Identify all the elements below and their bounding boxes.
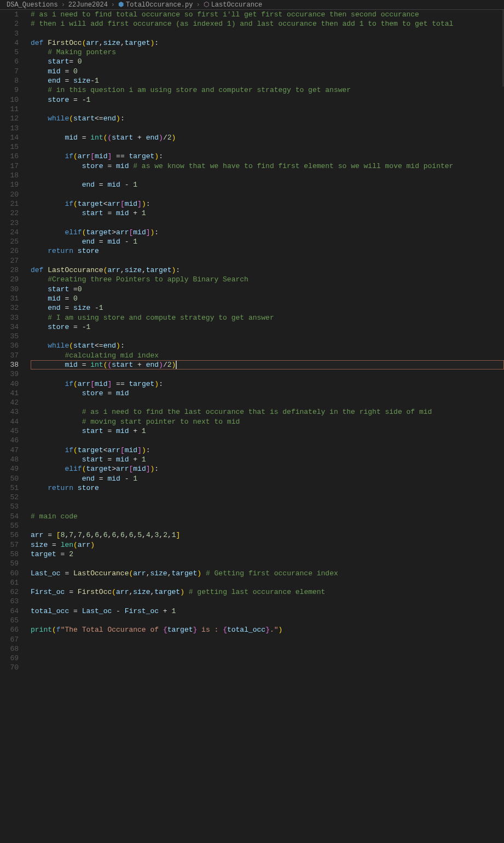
line-number[interactable]: 70 bbox=[0, 663, 19, 672]
code-line[interactable]: store = -1 bbox=[31, 95, 504, 105]
code-line[interactable]: end = size -1 bbox=[31, 303, 504, 313]
line-number[interactable]: 41 bbox=[0, 389, 19, 398]
code-line[interactable]: # Making ponters bbox=[31, 48, 504, 57]
code-line[interactable] bbox=[31, 256, 504, 265]
line-number[interactable]: 58 bbox=[0, 550, 19, 559]
code-line[interactable]: # as i need to find total occurance so f… bbox=[31, 10, 504, 19]
line-number[interactable]: 16 bbox=[0, 152, 19, 161]
code-line[interactable]: #Creating three Pointers to apply Binary… bbox=[31, 275, 504, 284]
code-line[interactable]: store = mid bbox=[31, 389, 504, 398]
code-line[interactable] bbox=[31, 105, 504, 114]
code-line[interactable]: if(arr[mid] == target): bbox=[31, 152, 504, 161]
code-line[interactable]: start = mid + 1 bbox=[31, 455, 504, 464]
line-number[interactable]: 33 bbox=[0, 313, 19, 322]
code-line[interactable] bbox=[31, 218, 504, 228]
line-number[interactable]: 18 bbox=[0, 171, 19, 180]
code-line[interactable] bbox=[31, 142, 504, 152]
breadcrumb-folder[interactable]: DSA_Questions bbox=[7, 1, 58, 9]
line-number[interactable]: 50 bbox=[0, 474, 19, 483]
line-number[interactable]: 31 bbox=[0, 294, 19, 303]
code-line[interactable]: arr = [8,7,7,6,6,6,6,6,6,5,4,3,2,1] bbox=[31, 530, 504, 540]
code-line[interactable] bbox=[31, 332, 504, 341]
line-number[interactable]: 6 bbox=[0, 57, 19, 66]
line-number[interactable]: 42 bbox=[0, 398, 19, 407]
code-line[interactable]: if(arr[mid] == target): bbox=[31, 379, 504, 389]
line-number[interactable]: 35 bbox=[0, 332, 19, 341]
line-number[interactable]: 64 bbox=[0, 607, 19, 616]
code-line[interactable]: store = mid # as we know that we have to… bbox=[31, 161, 504, 171]
code-line[interactable] bbox=[31, 644, 504, 654]
code-line[interactable]: return store bbox=[31, 483, 504, 493]
code-line[interactable]: Last_oc = LastOccurance(arr,size,target)… bbox=[31, 569, 504, 578]
line-number[interactable]: 55 bbox=[0, 521, 19, 530]
line-number[interactable]: 54 bbox=[0, 512, 19, 521]
line-number[interactable]: 5 bbox=[0, 48, 19, 57]
code-line[interactable]: elif(target>arr[mid]): bbox=[31, 464, 504, 474]
code-line[interactable]: elif(target>arr[mid]): bbox=[31, 228, 504, 237]
line-number[interactable]: 61 bbox=[0, 578, 19, 587]
line-number[interactable]: 7 bbox=[0, 67, 19, 76]
line-number[interactable]: 30 bbox=[0, 285, 19, 294]
code-line[interactable] bbox=[31, 398, 504, 407]
line-number[interactable]: 1 bbox=[0, 10, 19, 19]
line-number[interactable]: 56 bbox=[0, 530, 19, 540]
line-number[interactable]: 8 bbox=[0, 76, 19, 85]
line-number[interactable]: 2 bbox=[0, 19, 19, 28]
breadcrumb-folder[interactable]: 22June2024 bbox=[68, 1, 108, 9]
code-editor[interactable]: 1234567891011121314151617181920212223242… bbox=[0, 10, 504, 673]
code-line[interactable]: First_oc = FirstOcc(arr,size,target) # g… bbox=[31, 587, 504, 597]
breadcrumb-symbol[interactable]: LastOccurance bbox=[211, 1, 263, 9]
code-line[interactable]: # then i will add first occurance (as in… bbox=[31, 19, 504, 28]
code-line[interactable] bbox=[31, 578, 504, 587]
line-number[interactable]: 57 bbox=[0, 540, 19, 550]
line-number[interactable]: 68 bbox=[0, 644, 19, 654]
code-line[interactable] bbox=[31, 124, 504, 133]
line-number[interactable]: 10 bbox=[0, 95, 19, 105]
code-line[interactable] bbox=[31, 597, 504, 606]
code-line[interactable]: start= 0 bbox=[31, 57, 504, 66]
code-line[interactable] bbox=[31, 436, 504, 445]
code-line[interactable]: return store bbox=[31, 246, 504, 256]
line-number[interactable]: 26 bbox=[0, 246, 19, 256]
line-number[interactable]: 69 bbox=[0, 654, 19, 663]
code-line[interactable]: def FirstOcc(arr,size,target): bbox=[31, 38, 504, 48]
line-number[interactable]: 19 bbox=[0, 180, 19, 189]
code-line[interactable]: # I am using store and compute strategy … bbox=[31, 313, 504, 322]
code-line[interactable]: end = size-1 bbox=[31, 76, 504, 85]
code-line[interactable]: while(start<=end): bbox=[31, 341, 504, 350]
line-number[interactable]: 48 bbox=[0, 455, 19, 464]
line-number[interactable]: 47 bbox=[0, 446, 19, 455]
code-line[interactable] bbox=[31, 493, 504, 502]
code-line[interactable] bbox=[31, 559, 504, 568]
line-number[interactable]: 49 bbox=[0, 464, 19, 474]
line-number[interactable]: 17 bbox=[0, 161, 19, 171]
line-number[interactable]: 51 bbox=[0, 483, 19, 493]
line-number[interactable]: 38 bbox=[0, 360, 19, 369]
line-number[interactable]: 14 bbox=[0, 133, 19, 142]
line-number[interactable]: 3 bbox=[0, 29, 19, 38]
line-number[interactable]: 66 bbox=[0, 625, 19, 634]
line-number[interactable]: 45 bbox=[0, 426, 19, 436]
code-line[interactable]: if(target<arr[mid]): bbox=[31, 446, 504, 455]
line-number-gutter[interactable]: 1234567891011121314151617181920212223242… bbox=[0, 10, 26, 673]
code-line[interactable]: print(f"The Total Occurance of {target} … bbox=[31, 625, 504, 634]
line-number[interactable]: 9 bbox=[0, 85, 19, 95]
code-line[interactable] bbox=[31, 616, 504, 625]
code-line[interactable]: end = mid - 1 bbox=[31, 180, 504, 189]
code-line[interactable] bbox=[31, 502, 504, 511]
code-line[interactable]: end = mid - 1 bbox=[31, 237, 504, 246]
code-line[interactable]: size = len(arr) bbox=[31, 540, 504, 550]
code-line[interactable] bbox=[31, 171, 504, 180]
line-number[interactable]: 21 bbox=[0, 199, 19, 209]
code-line[interactable]: def LastOccurance(arr,size,target): bbox=[31, 265, 504, 275]
line-number[interactable]: 40 bbox=[0, 379, 19, 389]
code-line[interactable]: # moving start pointer to next to mid bbox=[31, 417, 504, 426]
code-line[interactable]: # in this question i am using store and … bbox=[31, 85, 504, 95]
code-line[interactable]: mid = 0 bbox=[31, 67, 504, 76]
code-line[interactable]: mid = 0 bbox=[31, 294, 504, 303]
code-line[interactable]: end = mid - 1 bbox=[31, 474, 504, 483]
line-number[interactable]: 44 bbox=[0, 417, 19, 426]
line-number[interactable]: 32 bbox=[0, 303, 19, 313]
line-number[interactable]: 59 bbox=[0, 559, 19, 568]
code-line[interactable] bbox=[31, 654, 504, 663]
